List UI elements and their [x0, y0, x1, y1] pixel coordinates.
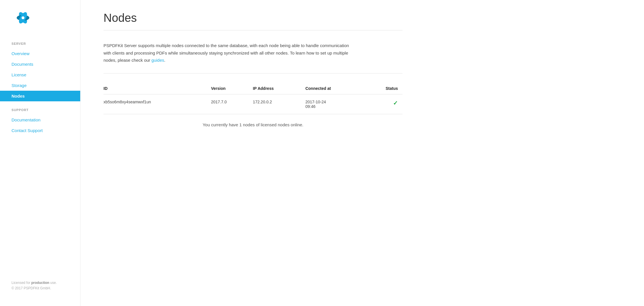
col-header-status: Status	[367, 83, 402, 94]
footer-license-text: Licensed for production use.	[12, 281, 57, 285]
col-header-connected: Connected at	[305, 83, 367, 94]
sidebar-item-contact-support[interactable]: Contact Support	[0, 125, 80, 136]
sidebar-item-overview[interactable]: Overview	[0, 48, 80, 59]
col-header-version: Version	[211, 83, 253, 94]
svg-point-3	[22, 16, 24, 19]
guides-link[interactable]: guides	[152, 58, 164, 63]
nodes-table: ID Version IP Address Connected at Statu…	[103, 83, 402, 114]
cell-id: xb5so6m8xy4seamwxf1un	[103, 94, 211, 114]
sidebar-item-documentation[interactable]: Documentation	[0, 115, 80, 125]
main-content: Nodes PSPDFKit Server supports multiple …	[80, 0, 425, 306]
support-nav-section: SUPPORT Documentation Contact Support	[0, 108, 80, 143]
footer-copyright: © 2017 PSPDFKit GmbH.	[12, 286, 51, 290]
table-row: xb5so6m8xy4seamwxf1un 2017.7.0 172.20.0.…	[103, 94, 402, 114]
sidebar: SERVER Overview Documents License Storag…	[0, 0, 80, 306]
sidebar-item-nodes[interactable]: Nodes	[0, 91, 80, 101]
sidebar-item-documents[interactable]: Documents	[0, 59, 80, 69]
cell-status: ✓	[367, 94, 402, 114]
server-section-label: SERVER	[0, 42, 80, 48]
col-header-ip: IP Address	[253, 83, 306, 94]
logo-area	[0, 9, 80, 42]
col-header-id: ID	[103, 83, 211, 94]
description-text: PSPDFKit Server supports multiple nodes …	[103, 43, 349, 63]
sidebar-item-storage[interactable]: Storage	[0, 80, 80, 91]
page-title: Nodes	[103, 11, 402, 24]
description-end: .	[164, 58, 165, 63]
title-divider	[103, 30, 402, 30]
cell-ip: 172.20.0.2	[253, 94, 306, 114]
section-divider	[103, 73, 402, 73]
status-check-icon: ✓	[393, 100, 398, 106]
table-header: ID Version IP Address Connected at Statu…	[103, 83, 402, 94]
cell-connected-at: 2017-10-24 09:46	[305, 94, 367, 114]
app-logo	[12, 9, 34, 29]
server-nav-section: SERVER Overview Documents License Storag…	[0, 42, 80, 108]
summary-text: You currently have 1 nodes of licensed n…	[203, 122, 304, 127]
connected-at-line1: 2017-10-24	[305, 100, 326, 104]
connected-at-line2: 09:46	[305, 104, 315, 109]
cell-version: 2017.7.0	[211, 94, 253, 114]
sidebar-item-license[interactable]: License	[0, 69, 80, 80]
support-section-label: SUPPORT	[0, 108, 80, 115]
nodes-description: PSPDFKit Server supports multiple nodes …	[103, 42, 351, 64]
footer-license-type: production	[31, 281, 49, 285]
sidebar-footer: Licensed for production use. © 2017 PSPD…	[0, 271, 80, 297]
table-body: xb5so6m8xy4seamwxf1un 2017.7.0 172.20.0.…	[103, 94, 402, 114]
nodes-summary: You currently have 1 nodes of licensed n…	[103, 114, 402, 127]
